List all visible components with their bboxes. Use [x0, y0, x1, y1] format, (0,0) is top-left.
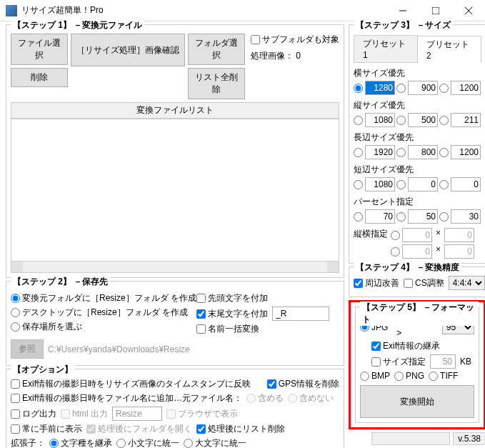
browse-button[interactable]: 参照 — [11, 339, 44, 359]
wh-1-radio[interactable]: 0 — [391, 228, 432, 242]
wh-h1-input[interactable]: 0 — [444, 228, 474, 242]
html-name-input — [112, 407, 162, 421]
step2-title: 【ステップ 2】 －保存先 — [11, 276, 110, 288]
suffix-checkbox[interactable]: 末尾文字を付加 — [196, 308, 268, 320]
gps-delete-checkbox[interactable]: GPS情報を削除 — [267, 378, 339, 390]
exif-inherit-checkbox[interactable]: Exif情報の継承 — [371, 340, 440, 352]
step5-highlight: 【ステップ 5】 －フォーマット JPG 保存品質 > 95 Exif情報の継承… — [349, 300, 485, 429]
save-opt2-radio[interactable]: デスクトップに［Resize］フォルダ を作成 — [11, 307, 188, 319]
save-path-label: C:¥Users¥yanda¥Downloads¥Resize — [48, 344, 190, 354]
tiff-radio[interactable]: TIFF — [429, 371, 458, 381]
open-folder-checkbox: 処理後にフォルダを開く — [86, 423, 192, 435]
percent-2-radio[interactable]: 50 — [396, 209, 438, 224]
browser-show-checkbox: ブラウザで表示 — [166, 408, 238, 420]
size-spec-input[interactable] — [430, 354, 456, 369]
status-bar — [371, 432, 450, 445]
step4-title: 【ステップ 4】 －変換精度 — [354, 262, 461, 274]
width-3-radio[interactable]: 1200 — [439, 81, 481, 95]
cs-select[interactable]: 4:4:4 — [449, 276, 485, 290]
process-count-label: 処理画像： 0 — [251, 50, 339, 62]
resize-confirm-button[interactable]: ［リサイズ処理］画像確認 — [71, 34, 185, 66]
list-delete-all-button[interactable]: リスト全削除 — [188, 68, 245, 99]
long-priority-label: 長辺サイズ優先 — [354, 131, 481, 144]
step5-group: 【ステップ 5】 －フォーマット JPG 保存品質 > 95 Exif情報の継承… — [355, 307, 479, 423]
preset2-tab[interactable]: プリセット 2 — [417, 36, 481, 63]
percent-label: パーセント指定 — [354, 196, 481, 208]
step3-group: 【ステップ 3】 －サイズ プリセット 1 プリセット 2 横サイズ優先 128… — [349, 24, 485, 264]
minimize-button[interactable] — [386, 0, 419, 21]
wh-2-radio[interactable]: 0 — [391, 244, 432, 259]
ext-upper-radio[interactable]: 大文字に統一 — [184, 437, 246, 448]
short-priority-label: 短辺サイズ優先 — [354, 164, 481, 176]
subfolder-checkbox[interactable]: サブフォルダも対象 — [251, 34, 339, 46]
long-2-radio[interactable]: 800 — [396, 145, 438, 159]
width-priority-label: 横サイズ優先 — [354, 67, 481, 79]
app-icon — [6, 5, 17, 16]
size-spec-checkbox[interactable]: サイズ指定 — [371, 356, 426, 368]
window-title: リサイズ超簡単！Pro — [21, 4, 386, 16]
svg-rect-1 — [432, 7, 439, 14]
step1-group: 【ステップ 1】 －変換元ファイル ファイル選択 削除 ［リサイズ処理］画像確認… — [6, 24, 344, 278]
height-priority-label: 縦サイズ優先 — [354, 99, 481, 111]
ext-label: 拡張子： — [11, 437, 45, 448]
height-2-radio[interactable]: 500 — [396, 113, 438, 127]
wh-label: 縦横指定 — [354, 228, 388, 240]
version-label: v.5.38 — [453, 432, 485, 445]
step5-title: 【ステップ 5】 －フォーマット — [360, 302, 479, 326]
width-2-radio[interactable]: 900 — [396, 81, 438, 95]
height-1-radio[interactable]: 1080 — [354, 113, 395, 127]
maximize-button[interactable] — [419, 0, 452, 21]
bmp-radio[interactable]: BMP — [360, 371, 390, 381]
html-output-checkbox: html 出力 — [61, 408, 108, 420]
prefix-checkbox[interactable]: 先頭文字を付加 — [196, 292, 268, 304]
percent-3-radio[interactable]: 30 — [439, 209, 481, 224]
percent-1-radio[interactable]: 70 — [354, 209, 395, 224]
width-1-radio[interactable]: 1280 — [354, 81, 395, 95]
options-group: 【オプション】 Exif情報の撮影日時をリサイズ画像のタイムスタンプに反映 GP… — [6, 369, 344, 448]
suffix-input[interactable] — [272, 307, 329, 321]
exif-timestamp-checkbox[interactable]: Exif情報の撮影日時をリサイズ画像のタイムスタンプに反映 — [11, 378, 251, 390]
step2-group: 【ステップ 2】 －保存先 変換元フォルダに［Resize］フォルダ を作成 デ… — [6, 281, 344, 366]
folder-select-button[interactable]: フォルダ選択 — [188, 34, 245, 65]
exif-filename-checkbox[interactable]: Exif情報の撮影日時をファイル名に追加…元ファイル名： — [11, 392, 242, 404]
height-3-radio[interactable]: 211 — [439, 113, 481, 127]
wh-h2-input[interactable]: 0 — [444, 244, 474, 259]
always-front-checkbox[interactable]: 常に手前に表示 — [11, 423, 82, 435]
start-button[interactable]: 変換開始 — [360, 385, 474, 418]
exclude-radio: 含めない — [288, 392, 334, 404]
delete-button[interactable]: 削除 — [11, 68, 68, 87]
delete-list-checkbox[interactable]: 処理後にリスト削除 — [196, 423, 285, 435]
short-3-radio[interactable]: 0 — [439, 177, 481, 191]
short-2-radio[interactable]: 0 — [396, 177, 438, 191]
preset1-tab[interactable]: プリセット 1 — [354, 35, 418, 62]
log-output-checkbox[interactable]: ログ出力 — [11, 408, 56, 420]
save-opt3-radio[interactable]: 保存場所を選ぶ — [11, 321, 82, 333]
kb-label: KB — [460, 357, 471, 367]
long-1-radio[interactable]: 1920 — [354, 145, 395, 159]
cs-checkbox[interactable]: CS調整 — [404, 277, 444, 289]
list-header: 変換ファイルリスト — [11, 102, 339, 119]
title-bar: リサイズ超簡単！Pro — [0, 0, 485, 21]
options-title: 【オプション】 — [11, 364, 75, 376]
edge-checkbox[interactable]: 周辺改善 — [354, 277, 399, 289]
rename-all-checkbox[interactable]: 名前一括変換 — [196, 323, 259, 335]
save-opt1-radio[interactable]: 変換元フォルダに［Resize］フォルダ を作成 — [11, 292, 196, 304]
list-scrollbar[interactable] — [11, 262, 339, 273]
ext-inherit-radio[interactable]: 文字種を継承 — [49, 437, 112, 448]
png-radio[interactable]: PNG — [394, 371, 424, 381]
step1-title: 【ステップ 1】 －変換元ファイル — [11, 19, 144, 31]
file-select-button[interactable]: ファイル選択 — [11, 34, 68, 65]
ext-lower-radio[interactable]: 小文字に統一 — [116, 437, 179, 448]
file-list[interactable] — [11, 119, 339, 262]
short-1-radio[interactable]: 1080 — [354, 177, 395, 191]
include-radio: 含める — [246, 392, 284, 404]
step3-title: 【ステップ 3】 －サイズ — [354, 19, 453, 31]
close-button[interactable] — [452, 0, 485, 21]
long-3-radio[interactable]: 1200 — [439, 145, 481, 159]
step4-group: 【ステップ 4】 －変換精度 周辺改善 CS調整 4:4:4 — [349, 267, 485, 297]
